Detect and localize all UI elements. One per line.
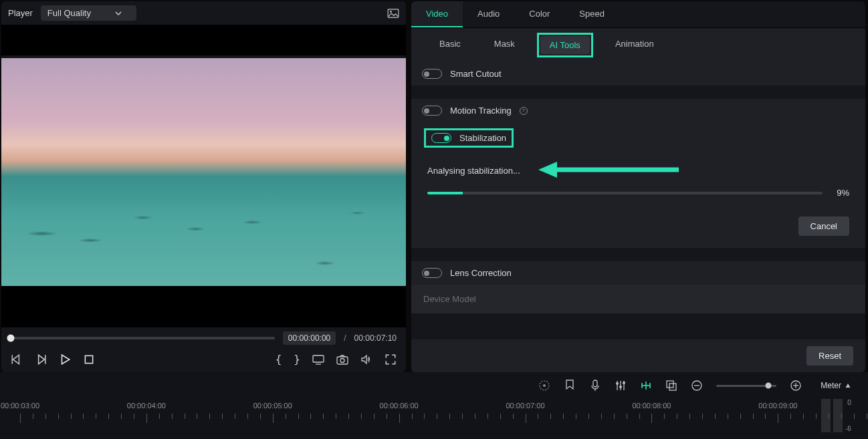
zoom-slider[interactable] bbox=[716, 385, 776, 387]
meter-label: Meter bbox=[821, 381, 841, 390]
timeline: Meter 0 -6 00:00:03:0000:00:04:0000:00:0… bbox=[0, 372, 868, 439]
zoom-out-icon[interactable] bbox=[691, 380, 703, 392]
smart-cutout-label: Smart Cutout bbox=[450, 69, 502, 79]
sub-tabs: Basic Mask AI Tools Animation bbox=[411, 28, 865, 62]
svg-rect-22 bbox=[669, 384, 676, 390]
motion-tracking-row: Motion Tracking ? bbox=[411, 99, 865, 122]
subtab-basic[interactable]: Basic bbox=[430, 35, 470, 55]
microphone-icon[interactable] bbox=[589, 380, 601, 392]
stop-button[interactable] bbox=[83, 353, 95, 365]
play-button[interactable] bbox=[59, 353, 71, 365]
mark-in-button[interactable]: { bbox=[276, 353, 282, 365]
svg-rect-4 bbox=[85, 355, 92, 363]
stabilization-row: Stabilization bbox=[411, 122, 865, 154]
time-current[interactable]: 00:00:00:00 bbox=[283, 331, 336, 345]
svg-rect-21 bbox=[667, 381, 673, 388]
svg-rect-13 bbox=[593, 380, 597, 387]
next-frame-button[interactable] bbox=[35, 353, 47, 365]
smart-cutout-row: Smart Cutout bbox=[411, 62, 865, 86]
svg-rect-0 bbox=[388, 9, 399, 17]
time-total: 00:00:07:10 bbox=[354, 333, 397, 343]
svg-point-14 bbox=[616, 382, 619, 385]
svg-point-8 bbox=[340, 358, 344, 362]
mark-out-button[interactable]: } bbox=[294, 353, 300, 365]
vu-0: 0 bbox=[847, 399, 851, 406]
device-model-row: Device Model bbox=[411, 285, 865, 313]
stabilization-progress-area: Analysing stabilization... 9% bbox=[411, 154, 865, 204]
stabilization-highlight: Stabilization bbox=[425, 129, 513, 147]
tab-audio[interactable]: Audio bbox=[463, 1, 514, 27]
subtab-mask[interactable]: Mask bbox=[485, 35, 524, 55]
tab-video[interactable]: Video bbox=[411, 1, 463, 27]
stabilization-toggle[interactable] bbox=[431, 133, 451, 143]
fullscreen-icon[interactable] bbox=[385, 353, 397, 365]
picture-icon[interactable] bbox=[387, 9, 399, 18]
lens-correction-label: Lens Correction bbox=[450, 268, 512, 278]
svg-rect-5 bbox=[313, 355, 324, 362]
info-icon[interactable]: ? bbox=[520, 107, 528, 115]
time-separator: / bbox=[344, 333, 346, 343]
meter-button[interactable]: Meter bbox=[815, 378, 856, 393]
smart-cutout-toggle[interactable] bbox=[422, 69, 442, 79]
properties-panel: Video Audio Color Speed Basic Mask AI To… bbox=[411, 1, 865, 372]
ruler-label: 00:00:04:00 bbox=[127, 402, 166, 410]
ruler-label: 00:00:09:00 bbox=[758, 402, 797, 410]
render-icon[interactable] bbox=[538, 380, 550, 392]
quality-value: Full Quality bbox=[47, 8, 91, 18]
motion-tracking-label: Motion Tracking bbox=[450, 106, 512, 116]
zoom-in-icon[interactable] bbox=[790, 380, 802, 392]
stabilization-label: Stabilization bbox=[459, 133, 506, 143]
marker-icon[interactable] bbox=[564, 380, 576, 392]
ruler-label: 00:00:07:00 bbox=[506, 402, 544, 410]
audio-mixer-icon[interactable] bbox=[615, 380, 627, 392]
svg-rect-7 bbox=[337, 357, 348, 364]
playhead-scrubber[interactable] bbox=[11, 337, 275, 339]
prev-frame-button[interactable] bbox=[11, 353, 23, 365]
timeline-ruler[interactable]: 0 -6 00:00:03:0000:00:04:0000:00:05:0000… bbox=[0, 399, 868, 435]
annotation-arrow bbox=[538, 162, 679, 178]
ruler-label: 00:00:06:00 bbox=[380, 402, 419, 410]
lens-correction-row: Lens Correction bbox=[411, 261, 865, 285]
reset-button[interactable]: Reset bbox=[806, 346, 853, 365]
subtab-animation[interactable]: Animation bbox=[606, 35, 663, 55]
video-preview[interactable] bbox=[1, 58, 406, 286]
camera-icon[interactable] bbox=[336, 353, 348, 365]
svg-point-16 bbox=[623, 382, 625, 384]
vu-6: -6 bbox=[845, 425, 851, 432]
tab-color[interactable]: Color bbox=[514, 1, 564, 27]
progress-bar bbox=[427, 192, 823, 194]
player-panel: Player Full Quality 00:00:00:00 / 00:00:… bbox=[1, 1, 406, 372]
tab-speed[interactable]: Speed bbox=[564, 1, 619, 27]
svg-marker-10 bbox=[538, 162, 557, 178]
ruler-label: 00:00:08:00 bbox=[632, 402, 671, 410]
cancel-button[interactable]: Cancel bbox=[798, 216, 849, 236]
player-label: Player bbox=[8, 8, 33, 18]
subtab-ai-tools-highlight: AI Tools bbox=[539, 35, 591, 55]
panel-tabs: Video Audio Color Speed bbox=[411, 1, 865, 28]
ruler-label: 00:00:03:00 bbox=[1, 402, 39, 410]
svg-point-12 bbox=[543, 384, 546, 387]
triangle-up-icon bbox=[845, 383, 851, 388]
chevron-down-icon bbox=[115, 10, 122, 17]
magnet-icon[interactable] bbox=[640, 380, 652, 392]
svg-point-1 bbox=[390, 11, 392, 13]
volume-icon[interactable] bbox=[360, 353, 372, 365]
svg-point-15 bbox=[619, 386, 622, 388]
quality-select[interactable]: Full Quality bbox=[41, 5, 136, 21]
motion-tracking-toggle[interactable] bbox=[422, 106, 442, 116]
lens-correction-toggle[interactable] bbox=[422, 268, 442, 278]
subtab-ai-tools[interactable]: AI Tools bbox=[540, 36, 590, 54]
display-button[interactable] bbox=[312, 353, 324, 365]
progress-percent: 9% bbox=[829, 188, 849, 198]
overlay-icon[interactable] bbox=[665, 380, 677, 392]
ruler-label: 00:00:05:00 bbox=[253, 402, 292, 410]
